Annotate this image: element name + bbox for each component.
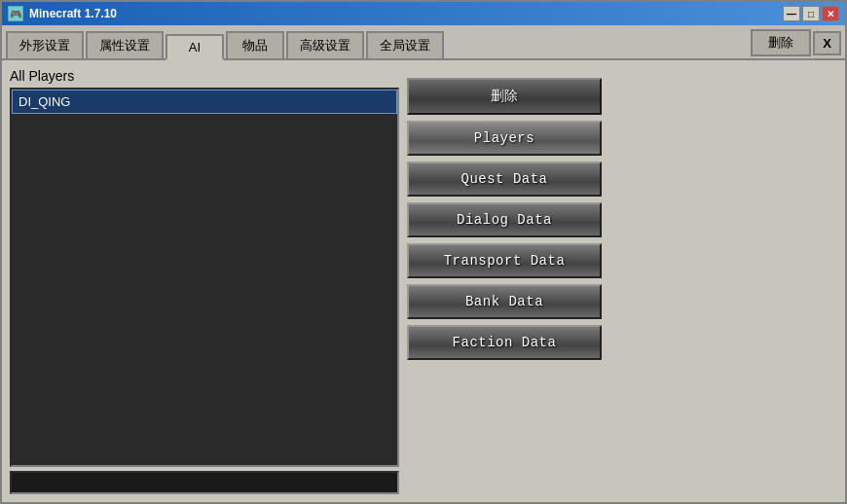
maximize-button[interactable]: □ xyxy=(802,6,820,21)
players-list[interactable]: DI_QING xyxy=(10,88,399,467)
window-title: Minecraft 1.7.10 xyxy=(29,7,117,20)
main-content: All Players DI_QING 删除 Players Quest Dat… xyxy=(2,60,845,502)
title-bar: 🎮 Minecraft 1.7.10 — □ ✕ xyxy=(2,2,845,25)
close-window-button[interactable]: ✕ xyxy=(822,6,839,21)
dialog-data-button[interactable]: Dialog Data xyxy=(407,202,602,237)
title-bar-controls: — □ ✕ xyxy=(783,6,839,21)
bottom-status-bar xyxy=(10,471,399,494)
tab-ai[interactable]: AI xyxy=(166,34,224,60)
tab-bar: 外形设置 属性设置 AI 物品 高级设置 全局设置 删除 X xyxy=(2,25,845,60)
tab-right-actions: 删除 X xyxy=(751,29,841,56)
tab-advanced[interactable]: 高级设置 xyxy=(286,31,364,58)
tab-global[interactable]: 全局设置 xyxy=(366,31,444,58)
left-panel: All Players DI_QING xyxy=(10,68,399,494)
title-bar-left: 🎮 Minecraft 1.7.10 xyxy=(8,6,117,21)
main-window: 🎮 Minecraft 1.7.10 — □ ✕ 外形设置 属性设置 AI 物品… xyxy=(0,0,847,504)
right-panel: 删除 Players Quest Data Dialog Data Transp… xyxy=(407,68,837,494)
tab-delete-button[interactable]: 删除 xyxy=(751,29,811,56)
all-players-label: All Players xyxy=(10,68,399,84)
app-icon: 🎮 xyxy=(8,6,23,21)
delete-button[interactable]: 删除 xyxy=(407,78,602,115)
tab-attributes[interactable]: 属性设置 xyxy=(86,31,164,58)
tab-appearance[interactable]: 外形设置 xyxy=(6,31,84,58)
transport-data-button[interactable]: Transport Data xyxy=(407,243,602,278)
players-button[interactable]: Players xyxy=(407,121,602,156)
tab-close-button[interactable]: X xyxy=(813,31,841,55)
minimize-button[interactable]: — xyxy=(783,6,800,21)
tab-items[interactable]: 物品 xyxy=(226,31,284,58)
bank-data-button[interactable]: Bank Data xyxy=(407,284,602,319)
faction-data-button[interactable]: Faction Data xyxy=(407,325,602,360)
quest-data-button[interactable]: Quest Data xyxy=(407,162,602,197)
player-item[interactable]: DI_QING xyxy=(12,90,397,114)
